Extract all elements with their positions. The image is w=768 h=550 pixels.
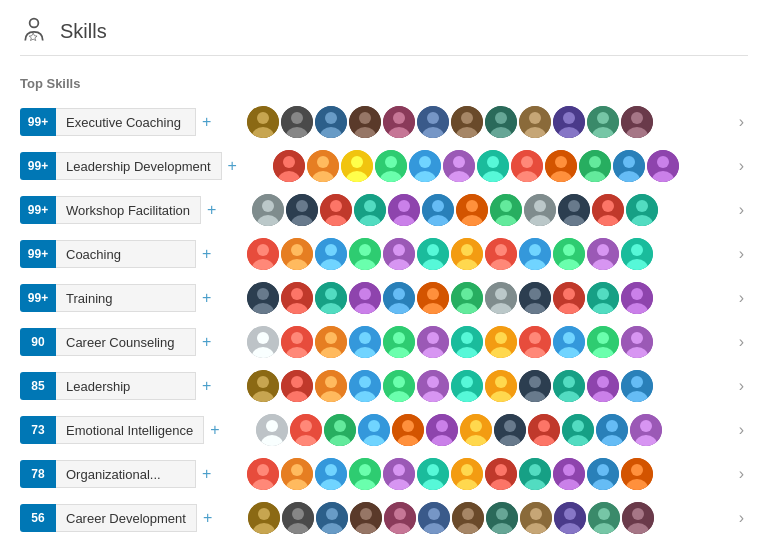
skill-add-button[interactable]: + bbox=[201, 200, 222, 220]
avatar[interactable] bbox=[281, 106, 313, 138]
avatar[interactable] bbox=[354, 194, 386, 226]
skill-expand-chevron[interactable]: › bbox=[735, 285, 748, 311]
avatar[interactable] bbox=[256, 414, 288, 446]
skill-add-button[interactable]: + bbox=[204, 420, 225, 440]
avatar[interactable] bbox=[621, 326, 653, 358]
avatar[interactable] bbox=[281, 370, 313, 402]
avatar[interactable] bbox=[519, 238, 551, 270]
avatar[interactable] bbox=[553, 282, 585, 314]
avatar[interactable] bbox=[247, 282, 279, 314]
skill-expand-chevron[interactable]: › bbox=[735, 109, 748, 135]
avatar[interactable] bbox=[486, 502, 518, 534]
avatar[interactable] bbox=[553, 238, 585, 270]
avatar[interactable] bbox=[307, 150, 339, 182]
avatar[interactable] bbox=[375, 150, 407, 182]
skill-expand-chevron[interactable]: › bbox=[735, 373, 748, 399]
avatar[interactable] bbox=[451, 326, 483, 358]
avatar[interactable] bbox=[494, 414, 526, 446]
avatar[interactable] bbox=[626, 194, 658, 226]
avatar[interactable] bbox=[621, 370, 653, 402]
skill-expand-chevron[interactable]: › bbox=[735, 241, 748, 267]
avatar[interactable] bbox=[383, 238, 415, 270]
avatar[interactable] bbox=[621, 106, 653, 138]
avatar[interactable] bbox=[349, 282, 381, 314]
avatar[interactable] bbox=[315, 326, 347, 358]
avatar[interactable] bbox=[383, 370, 415, 402]
skill-add-button[interactable]: + bbox=[197, 508, 218, 528]
avatar[interactable] bbox=[451, 370, 483, 402]
avatar[interactable] bbox=[451, 458, 483, 490]
skill-expand-chevron[interactable]: › bbox=[735, 417, 748, 443]
avatar[interactable] bbox=[553, 458, 585, 490]
avatar[interactable] bbox=[417, 106, 449, 138]
avatar[interactable] bbox=[596, 414, 628, 446]
avatar[interactable] bbox=[485, 282, 517, 314]
avatar[interactable] bbox=[579, 150, 611, 182]
avatar[interactable] bbox=[273, 150, 305, 182]
avatar[interactable] bbox=[341, 150, 373, 182]
avatar[interactable] bbox=[485, 238, 517, 270]
avatar[interactable] bbox=[647, 150, 679, 182]
avatar[interactable] bbox=[528, 414, 560, 446]
avatar[interactable] bbox=[554, 502, 586, 534]
skill-add-button[interactable]: + bbox=[196, 288, 217, 308]
skill-expand-chevron[interactable]: › bbox=[735, 153, 748, 179]
avatar[interactable] bbox=[417, 282, 449, 314]
skill-add-button[interactable]: + bbox=[196, 112, 217, 132]
avatar[interactable] bbox=[587, 458, 619, 490]
avatar[interactable] bbox=[349, 238, 381, 270]
avatar[interactable] bbox=[290, 414, 322, 446]
avatar[interactable] bbox=[316, 502, 348, 534]
avatar[interactable] bbox=[622, 502, 654, 534]
skill-add-button[interactable]: + bbox=[196, 332, 217, 352]
avatar[interactable] bbox=[485, 326, 517, 358]
avatar[interactable] bbox=[460, 414, 492, 446]
avatar[interactable] bbox=[417, 370, 449, 402]
avatar[interactable] bbox=[349, 370, 381, 402]
avatar[interactable] bbox=[383, 106, 415, 138]
avatar[interactable] bbox=[281, 458, 313, 490]
avatar[interactable] bbox=[452, 502, 484, 534]
avatar[interactable] bbox=[545, 150, 577, 182]
skill-add-button[interactable]: + bbox=[196, 244, 217, 264]
avatar[interactable] bbox=[320, 194, 352, 226]
skill-expand-chevron[interactable]: › bbox=[735, 505, 748, 531]
avatar[interactable] bbox=[324, 414, 356, 446]
avatar[interactable] bbox=[315, 458, 347, 490]
avatar[interactable] bbox=[383, 326, 415, 358]
avatar[interactable] bbox=[587, 370, 619, 402]
avatar[interactable] bbox=[519, 282, 551, 314]
avatar[interactable] bbox=[587, 326, 619, 358]
avatar[interactable] bbox=[417, 238, 449, 270]
avatar[interactable] bbox=[621, 458, 653, 490]
avatar[interactable] bbox=[451, 282, 483, 314]
avatar[interactable] bbox=[511, 150, 543, 182]
avatar[interactable] bbox=[485, 458, 517, 490]
avatar[interactable] bbox=[358, 414, 390, 446]
avatar[interactable] bbox=[588, 502, 620, 534]
avatar[interactable] bbox=[553, 370, 585, 402]
avatar[interactable] bbox=[562, 414, 594, 446]
avatar[interactable] bbox=[252, 194, 284, 226]
avatar[interactable] bbox=[587, 282, 619, 314]
skill-add-button[interactable]: + bbox=[196, 376, 217, 396]
avatar[interactable] bbox=[630, 414, 662, 446]
avatar[interactable] bbox=[315, 106, 347, 138]
avatar[interactable] bbox=[392, 414, 424, 446]
avatar[interactable] bbox=[443, 150, 475, 182]
avatar[interactable] bbox=[553, 326, 585, 358]
avatar[interactable] bbox=[281, 238, 313, 270]
avatar[interactable] bbox=[613, 150, 645, 182]
avatar[interactable] bbox=[451, 106, 483, 138]
avatar[interactable] bbox=[422, 194, 454, 226]
avatar[interactable] bbox=[247, 106, 279, 138]
avatar[interactable] bbox=[247, 370, 279, 402]
avatar[interactable] bbox=[451, 238, 483, 270]
avatar[interactable] bbox=[315, 282, 347, 314]
avatar[interactable] bbox=[247, 458, 279, 490]
avatar[interactable] bbox=[281, 326, 313, 358]
avatar[interactable] bbox=[485, 370, 517, 402]
avatar[interactable] bbox=[621, 282, 653, 314]
avatar[interactable] bbox=[587, 106, 619, 138]
avatar[interactable] bbox=[426, 414, 458, 446]
